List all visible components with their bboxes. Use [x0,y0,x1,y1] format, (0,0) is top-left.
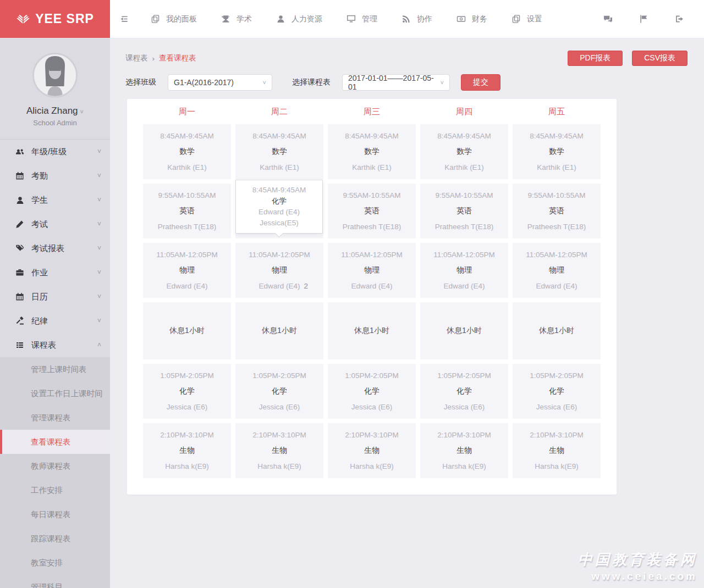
class-cell[interactable]: 9:55AM-10:55AM英语Pratheesh T(E18) [420,184,508,238]
class-teacher: Pratheesh T(E18) [422,223,506,231]
sidebar-item[interactable]: 学生˅ [0,188,110,212]
class-cell[interactable]: 8:45AM-9:45AM数学Karthik (E1) [235,124,323,179]
break-cell: 休息1小时 [420,302,508,359]
class-cell[interactable]: 11:05AM-12:05PM物理Edward (E4)2 [235,243,323,298]
class-subject: 生物 [549,446,564,456]
class-cell[interactable]: 2:10PM-3:10PM生物Harsha k(E9) [420,423,508,478]
class-cell[interactable]: 2:10PM-3:10PM生物Harsha k(E9) [328,423,416,478]
brand-logo[interactable]: YEE SRP [0,0,110,38]
class-cell[interactable]: 1:05PM-2:05PM化学Jessica (E6) [513,364,601,419]
gavel-icon [15,317,24,325]
chevron-down-icon: ˅ [97,293,101,301]
class-cell[interactable]: 9:55AM-10:55AM英语Pratheesh T(E18) [143,184,231,238]
navbar-right-icons [590,0,704,38]
class-cell[interactable]: 2:10PM-3:10PM生物Harsha k(E9) [143,423,231,478]
class-select[interactable]: G1-A(2016-2017) ˅ [168,74,272,91]
class-cell[interactable]: 1:05PM-2:05PM化学Jessica (E6) [143,364,231,419]
class-cell[interactable]: 1:05PM-2:05PM化学Jessica (E6) [328,364,416,419]
sidebar-item[interactable]: 考试报表˅ [0,236,110,260]
class-cell[interactable]: 11:05AM-12:05PM物理Edward (E4) [513,243,601,298]
class-subject: 物理 [364,265,380,275]
class-teacher: Karthik (E1) [238,163,321,171]
submenu-item[interactable]: 管理课程表 [0,406,110,430]
class-subject: 化学 [179,386,195,396]
class-cell[interactable]: 8:45AM-9:45AM数学Karthik (E1) [420,124,508,179]
sidebar-item-label: 纪律 [31,316,48,326]
sidebar-item[interactable]: 作业˅ [0,260,110,285]
class-cell[interactable]: 11:05AM-12:05PM物理Edward (E4) [328,243,416,298]
comments-button[interactable] [590,14,626,24]
class-cell[interactable]: 1:05PM-2:05PM化学Jessica (E6) [235,364,323,419]
user-icon [15,196,24,204]
breadcrumb-parent[interactable]: 课程表 [125,53,148,63]
class-cell[interactable]: 11:05AM-12:05PM物理Edward (E4) [143,243,231,298]
watermark-site-name: 中国教育装备网 [578,550,697,569]
submenu-item[interactable]: 管理上课时间表 [0,357,110,381]
sidebar-item[interactable]: 课程表˄ [0,333,110,357]
nav-item-user[interactable]: 人力资源 [264,0,334,38]
class-teacher: Karthik (E1) [515,163,598,171]
watermark-url: www.ceiea.com [578,570,697,583]
profile-name[interactable]: Alicia Zhang˅ [0,106,110,117]
class-cell[interactable]: 9:55AM-10:55AM英语Pratheesh T(E18) [513,184,601,238]
class-cell[interactable]: 9:55AM-10:55AM英语Pratheesh T(E18) [328,184,416,238]
avatar[interactable] [32,53,78,98]
submenu-item[interactable]: 跟踪课程表 [0,526,110,551]
nav-item-money[interactable]: 财务 [444,0,499,38]
sidebar-item-label: 日历 [31,292,48,302]
class-time: 8:45AM-9:45AM [345,132,399,140]
users-icon [15,147,24,156]
sidebar-item-label: 考试 [31,219,48,230]
nav-item-label: 学术 [237,14,252,24]
sidebar-item[interactable]: 年级/班级˅ [0,140,110,164]
flag-icon [639,14,648,24]
class-subject: 数学 [272,147,287,157]
sidebar-item-label: 作业 [31,268,48,278]
sidebar-item[interactable]: 考试˅ [0,212,110,236]
class-time: 9:55AM-10:55AM [435,191,493,199]
class-subject: 生物 [179,446,195,456]
submit-button[interactable]: 提交 [461,74,501,91]
nav-item-copy[interactable]: 设置 [499,0,554,38]
sidebar-item[interactable]: 日历˅ [0,285,110,309]
csv-report-button[interactable]: CSV报表 [632,51,688,66]
signout-button[interactable] [662,14,697,24]
class-cell[interactable]: 2:10PM-3:10PM生物Harsha k(E9) [513,423,601,478]
chevron-down-icon: ˅ [263,79,266,86]
class-subject: 物理 [272,265,287,275]
chevron-up-icon: ˄ [97,341,101,349]
class-cell[interactable]: 2:10PM-3:10PM生物Harsha k(E9) [235,423,323,478]
submenu-item[interactable]: 工作安排 [0,478,110,502]
class-cell[interactable]: 8:45AM-9:45AM数学Karthik (E1) [143,124,231,179]
main-content: 课程表 › 查看课程表 PDF报表 CSV报表 选择班级 G1-A(2016-2… [110,38,704,588]
class-subject: 生物 [364,446,380,456]
submenu-item[interactable]: 查看课程表 [0,430,110,454]
profile-panel: Alicia Zhang˅ School Admin [0,38,110,139]
timetable-range-select[interactable]: 2017-01-01——2017-05-01 ˅ [342,74,450,91]
nav-item-desktop[interactable]: 管理 [334,0,389,38]
submenu-item[interactable]: 设置工作日上课时间 [0,381,110,406]
nav-item-label: 人力资源 [292,14,322,24]
sidebar-item[interactable]: 考勤˅ [0,164,110,188]
flag-button[interactable] [626,14,662,24]
class-subject: 数学 [549,147,564,157]
comments-icon [603,14,613,24]
submenu-item[interactable]: 每日课程表 [0,502,110,526]
nav-item-label: 管理 [362,14,377,24]
submenu-item[interactable]: 管理科目 [0,575,110,588]
nav-item-trophy[interactable]: 学术 [209,0,264,38]
nav-item-label: 设置 [527,14,542,24]
sidebar-toggle-button[interactable] [110,0,139,38]
nav-item-copy[interactable]: 我的面板 [139,0,209,38]
nav-item-rss[interactable]: 协作 [389,0,444,38]
class-teacher: Karthik (E1) [422,163,506,171]
sidebar-item[interactable]: 纪律˅ [0,309,110,333]
class-cell[interactable]: 8:45AM-9:45AM数学Karthik (E1) [328,124,416,179]
submenu-item[interactable]: 教室安排 [0,551,110,575]
pdf-report-button[interactable]: PDF报表 [568,51,623,66]
class-cell[interactable]: 1:05PM-2:05PM化学Jessica (E6) [420,364,508,419]
submenu-item[interactable]: 教师课程表 [0,454,110,478]
class-cell[interactable]: 11:05AM-12:05PM物理Edward (E4) [420,243,508,298]
breadcrumb: 课程表 › 查看课程表 [125,53,196,63]
class-cell[interactable]: 8:45AM-9:45AM数学Karthik (E1) [513,124,601,179]
